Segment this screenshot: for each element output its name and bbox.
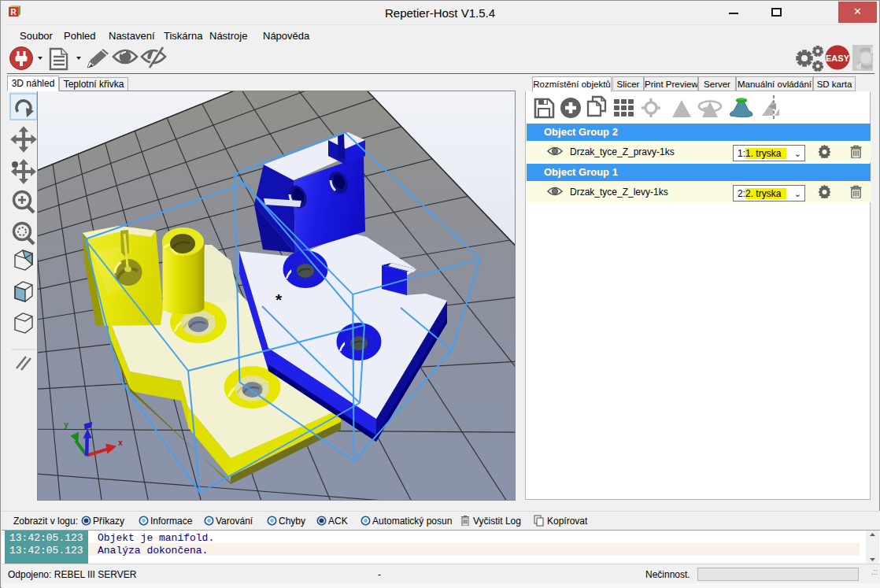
svg-text:EASY: EASY (826, 54, 850, 63)
svg-text:x: x (118, 438, 123, 447)
svg-text:*: * (275, 290, 283, 309)
svg-text:y: y (64, 420, 68, 429)
